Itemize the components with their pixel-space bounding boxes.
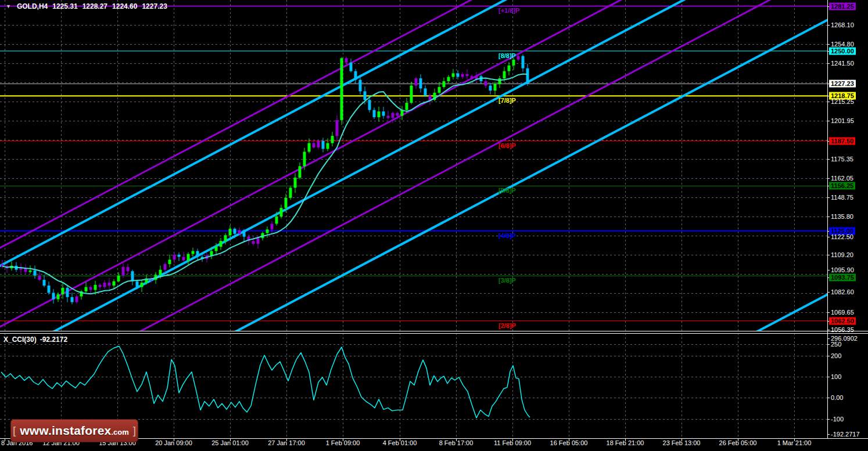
price-axis[interactable]: 1281.251268.101254.801250.001241.501227.…	[829, 0, 868, 438]
axis-label: 1135.80	[829, 213, 855, 221]
axis-label: 1241.50	[829, 60, 856, 67]
logo-domain: www.instaforex	[20, 424, 111, 438]
moving-average-line	[2, 74, 528, 294]
trading-chart-window: ▼ GOLD,H4 1225.31 1228.27 1224.60 1227.2…	[0, 0, 868, 451]
time-label: 8 Feb 17:00	[439, 439, 474, 446]
gridlines	[0, 0, 827, 438]
axis-label: 1056.35	[829, 326, 856, 334]
time-label: 26 Feb 05:00	[719, 439, 757, 446]
murray-label: [2/8]P	[498, 322, 516, 329]
axis-label: -192.2717	[829, 431, 862, 438]
time-label: 18 Feb 21:00	[607, 439, 644, 446]
murray-label: [8/8]P	[498, 52, 516, 59]
axis-label: 1122.50	[829, 233, 855, 241]
time-label: 16 Feb 05:00	[550, 439, 588, 446]
axis-label: 100	[829, 373, 843, 381]
axis-label: 1082.60	[829, 288, 856, 296]
axis-label: 1148.75	[829, 194, 855, 201]
time-label: 1 Mar 21:00	[777, 439, 812, 446]
murray-label: [6/8]P	[498, 142, 516, 149]
time-label: 4 Feb 01:00	[383, 439, 417, 446]
axis-label: 1109.20	[829, 251, 855, 259]
time-label: 27 Jan 17:00	[268, 439, 305, 446]
axis-label: 200	[829, 352, 843, 360]
time-label: 11 Feb 09:00	[494, 439, 531, 446]
time-label: 20 Jan 09:00	[155, 439, 192, 446]
axis-label: -100	[829, 416, 845, 423]
instaforex-logo: [ www.instaforex .com ]	[10, 419, 138, 442]
axis-label: 1227.23	[829, 80, 856, 88]
logo-bracket-left: [	[9, 424, 20, 437]
cci-line	[1, 347, 530, 418]
axis-label: 1062.50	[829, 317, 856, 325]
logo-tld: .com	[111, 428, 128, 436]
axis-label: 250	[829, 341, 843, 348]
chart-canvas[interactable]	[0, 0, 868, 451]
murray-label: [7/8]P	[498, 97, 516, 104]
ohlc-low: 1224.60	[112, 2, 137, 10]
time-label: 1 Feb 09:00	[326, 439, 360, 446]
ohlc-high: 1228.27	[83, 2, 107, 10]
axis-label: 1162.05	[829, 175, 855, 182]
ohlc-open: 1225.31	[52, 2, 77, 10]
time-label: 25 Jan 01:00	[211, 439, 249, 446]
axis-label: 1268.10	[829, 21, 856, 29]
axis-label: 1187.50	[829, 138, 855, 145]
axis-label: 1156.25	[829, 182, 855, 190]
murray-label: [5/8]P	[498, 187, 516, 194]
chart-marker-icon: ▼	[6, 3, 11, 9]
murray-label: [4/8]P	[498, 232, 516, 239]
indicator-name: X_CCI(30)	[3, 335, 37, 344]
symbol-timeframe: GOLD,H4	[17, 2, 48, 10]
axis-label: 1069.65	[829, 309, 856, 316]
candles-series	[1, 55, 529, 305]
indicator-title: X_CCI(30) -92.2172	[3, 335, 67, 344]
time-label: 23 Feb 13:00	[663, 439, 701, 446]
ohlc-close: 1227.23	[142, 2, 167, 10]
channel-lines	[0, 0, 833, 451]
axis-label: 1095.90	[829, 266, 856, 274]
axis-label: 1250.00	[829, 48, 856, 55]
axis-label: 1215.25	[829, 98, 856, 106]
axis-label: 1093.75	[829, 274, 856, 282]
murray-label: [3/8]P	[498, 277, 516, 284]
axis-label: 1201.95	[829, 117, 856, 125]
murray-label: [+1/8]P	[498, 7, 519, 14]
indicator-value: -92.2172	[40, 335, 67, 344]
axis-label: 1175.35	[829, 156, 855, 163]
logo-bracket-right: ]	[129, 424, 140, 437]
axis-label: 1281.25	[829, 3, 856, 10]
axis-label: 0.00	[829, 394, 845, 402]
chart-title: ▼ GOLD,H4 1225.31 1228.27 1224.60 1227.2…	[6, 2, 167, 10]
